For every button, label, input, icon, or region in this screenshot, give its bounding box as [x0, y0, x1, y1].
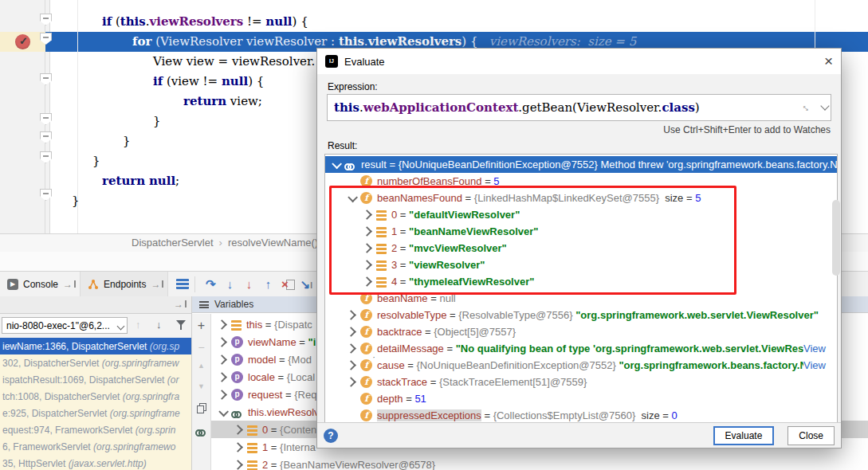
value-string: "thymeleafViewResolver" [409, 276, 534, 288]
result-row[interactable]: 2 = "mvcViewResolver" [325, 240, 837, 257]
expand-chevron-icon[interactable] [217, 319, 227, 330]
expand-chevron-icon[interactable] [346, 310, 356, 320]
tab-endpoints[interactable]: Endpoints → [81, 272, 168, 296]
expand-chevron-icon[interactable] [217, 372, 227, 382]
expand-chevron-icon[interactable] [217, 337, 227, 347]
expand-chevron-icon[interactable] [217, 354, 227, 365]
result-scrollbar-thumb[interactable] [832, 200, 840, 276]
variable-row[interactable]: 2 = {BeanNameViewResolver@6578} [211, 456, 868, 470]
size-label: size = [635, 409, 671, 421]
drop-frame-button[interactable]: × [277, 277, 297, 291]
result-row[interactable]: backtrace = {Object[5]@7557} [325, 323, 837, 340]
breakpoint-icon[interactable] [15, 34, 30, 49]
expand-chevron-icon[interactable] [233, 460, 243, 470]
result-row[interactable]: cause = {NoUniqueBeanDefinitionException… [325, 357, 837, 374]
hide-frames-filter-icon[interactable] [176, 320, 186, 330]
result-row[interactable]: 4 = "thymeleafViewResolver" [325, 273, 837, 290]
expand-chevron-icon[interactable] [218, 406, 229, 417]
result-row[interactable]: detailMessage = "No qualifying bean of t… [325, 340, 837, 357]
expand-chevron-icon[interactable] [346, 360, 356, 370]
variable-value-ref: {Dispatc [274, 319, 312, 331]
stack-frame-row[interactable]: 302, DispatcherServlet (org.springframew [0, 354, 191, 371]
endpoints-icon [88, 279, 99, 290]
show-watches-icon[interactable] [195, 429, 207, 436]
variable-value-ref: {Local [287, 371, 315, 383]
code-line: if (view != null) { [153, 72, 264, 92]
expand-chevron-icon[interactable] [362, 260, 372, 270]
result-row[interactable]: depth = 51 [325, 390, 837, 407]
value-string: "mvcViewResolver" [409, 242, 507, 254]
frame-method: iewName:1366, DispatcherServlet [2, 341, 150, 352]
breadcrumb-class[interactable]: DispatcherServlet [132, 237, 214, 249]
force-step-into-button[interactable]: ↓ [239, 277, 258, 291]
thread-dropdown-chevron-icon [117, 323, 125, 331]
view-link[interactable]: View [803, 359, 837, 371]
result-row[interactable]: result = {NoUniqueBeanDefinitionExceptio… [325, 156, 837, 173]
expand-chevron-icon[interactable] [217, 390, 227, 400]
stack-frame-row[interactable]: e:925, DispatcherServlet (org.springfram… [0, 405, 191, 421]
result-row[interactable]: suppressedExceptions = {Collections$Empt… [325, 407, 837, 424]
result-row[interactable]: 3 = "viewResolver" [325, 257, 837, 273]
move-watch-up-button[interactable]: ▲ [192, 362, 210, 370]
expand-chevron-icon[interactable] [362, 210, 372, 220]
result-row[interactable]: beanNamesFound = {LinkedHashMap$LinkedKe… [325, 190, 837, 206]
close-icon[interactable]: × [824, 53, 833, 70]
expand-chevron-icon[interactable] [362, 226, 372, 237]
result-row[interactable]: 0 = "defaultViewResolver" [325, 206, 837, 223]
stack-frame-row[interactable]: 35, HttpServlet (javax.servlet.http) [0, 455, 191, 470]
expand-chevron-icon[interactable] [346, 343, 356, 354]
run-to-cursor-button[interactable]: ↘I [297, 277, 316, 292]
stack-frame-row[interactable]: tch:1008, DispatcherServlet (org.springf… [0, 388, 191, 405]
value-number: 5 [493, 175, 499, 187]
step-over-button[interactable]: ↷ [201, 277, 220, 292]
stack-frame-row[interactable]: iewName:1366, DispatcherServlet (org.sp [0, 338, 191, 354]
value-string: "beanNameViewResolver" [409, 225, 538, 237]
result-row[interactable]: beanName = null [325, 290, 837, 307]
expand-chevron-icon[interactable] [233, 425, 243, 435]
frame-package: (or [167, 374, 179, 386]
next-frame-button[interactable]: ↓ [156, 319, 162, 331]
remove-watch-button[interactable]: − [192, 341, 210, 354]
variables-menu-icon[interactable] [199, 301, 209, 308]
result-row[interactable]: 1 = "beanNameViewResolver" [325, 223, 837, 240]
close-button[interactable]: Close [787, 426, 835, 445]
stack-frame-row[interactable]: equest:974, FrameworkServlet (org.sprin [0, 421, 191, 438]
expand-chevron-icon[interactable] [332, 159, 342, 169]
breadcrumb-separator: › [219, 237, 222, 249]
intellij-logo-icon: IJ [325, 55, 338, 68]
stack-frame-row[interactable]: 6, FrameworkServlet (org.springframewo [0, 438, 191, 455]
breadcrumb-method[interactable]: resolveViewName() [228, 237, 318, 249]
frames-pin-icon[interactable]: → [174, 300, 183, 309]
add-watch-button[interactable]: + [192, 319, 210, 333]
move-watch-down-button[interactable]: ▼ [192, 382, 210, 390]
view-link[interactable]: View [803, 343, 837, 354]
step-into-button[interactable]: ↓ [220, 277, 239, 291]
result-name: backtrace [377, 326, 422, 338]
result-row[interactable]: stackTrace = {StackTraceElement[51]@7559… [325, 374, 837, 390]
expand-chevron-icon[interactable] [362, 276, 372, 287]
value-string: "org.springframework.web.servlet.ViewRes… [573, 309, 819, 321]
expand-chevron-icon[interactable] [362, 243, 372, 253]
variable-value-ref: {Interna [280, 441, 316, 453]
equals-sign: = [427, 376, 439, 388]
result-row[interactable]: resolvableType = {ResolvableType@7556} "… [325, 307, 837, 323]
duplicate-watch-button[interactable] [197, 403, 206, 413]
variable-type-icon [247, 425, 257, 436]
thread-selector-dropdown[interactable]: nio-8080-exec-1"@6,2... [2, 317, 128, 334]
variable-type-icon [231, 411, 243, 417]
expand-chevron-icon[interactable] [233, 442, 243, 452]
stack-frame-row[interactable]: ispatchResult:1069, DispatcherServlet (o… [0, 371, 191, 388]
evaluate-dialog: IJ Evaluate × Expression: this.webApplic… [316, 48, 842, 448]
result-row[interactable]: numberOfBeansFound = 5 [325, 173, 837, 190]
expression-input[interactable]: this.webApplicationContext.getBean(ViewR… [327, 94, 831, 121]
expand-chevron-icon[interactable] [346, 327, 356, 337]
evaluate-button[interactable]: Evaluate [713, 426, 775, 445]
step-out-button[interactable]: ↑ [258, 277, 277, 291]
expand-chevron-icon[interactable] [348, 192, 358, 202]
expand-chevron-icon[interactable] [346, 377, 356, 387]
prev-frame-button[interactable]: ↑ [136, 319, 141, 331]
help-icon[interactable]: ? [324, 429, 338, 443]
tab-console[interactable]: ▶ Console → [0, 272, 81, 296]
expression-label: Expression: [328, 81, 378, 92]
layout-settings-icon[interactable] [176, 279, 189, 289]
